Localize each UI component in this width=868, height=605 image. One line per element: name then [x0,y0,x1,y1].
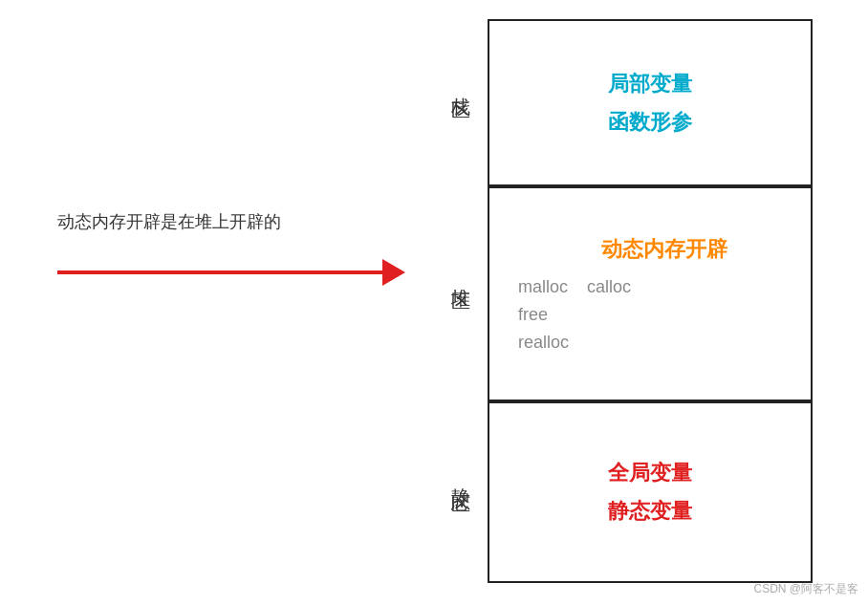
heap-func-malloc: malloc [518,277,568,297]
watermark: CSDN @阿客不是客 [753,581,858,597]
heap-func-free: free [518,305,548,325]
static-box: 全局变量 静态变量 [488,401,813,583]
static-content: 全局变量 静态变量 [489,403,811,581]
heap-title: 动态内存开辟 [601,235,727,264]
static-line2: 静态变量 [608,497,692,526]
heap-box: 动态内存开辟 malloc calloc free realloc [488,186,813,401]
arrow-container [57,258,411,287]
section-label-heap: 堆 区 [445,210,478,344]
static-line1: 全局变量 [608,459,692,487]
arrow-line [57,270,382,274]
stack-box: 局部变量 函数形参 [488,19,813,186]
heap-content: 动态内存开辟 malloc calloc free realloc [489,188,811,400]
section-label-static: 静 态 区 [445,411,478,545]
heap-func-calloc: calloc [587,277,631,297]
stack-line1: 局部变量 [608,70,692,98]
section-label-stack: 栈 区 [445,48,478,124]
stack-line2: 函数形参 [608,108,692,137]
arrow-head [382,259,405,286]
diagram-container: 动态内存开辟是在堆上开辟的 栈 区 堆 区 静 态 区 局部变量 函数形参 动态… [0,0,868,605]
heap-func-realloc: realloc [518,333,569,353]
left-label: 动态内存开辟是在堆上开辟的 [57,210,281,233]
heap-func-row1: malloc calloc [518,277,631,297]
stack-content: 局部变量 函数形参 [489,21,811,184]
